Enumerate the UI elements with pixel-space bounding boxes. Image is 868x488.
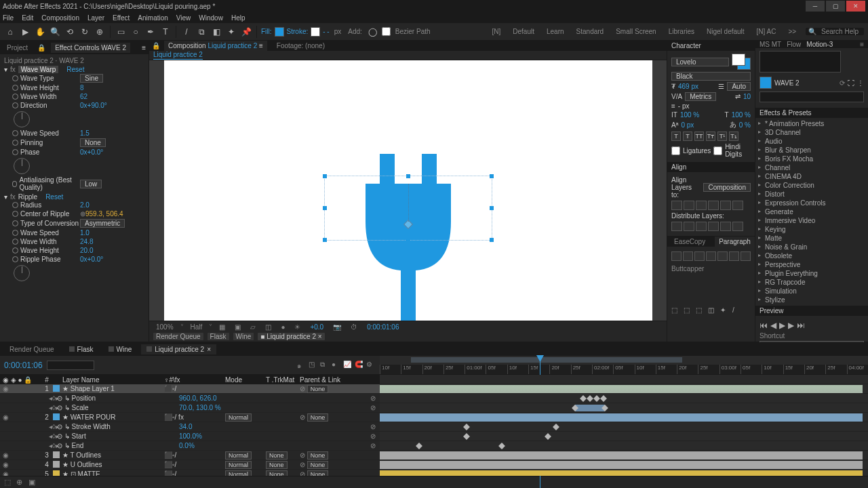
preset-boris[interactable]: Boris FX Mocha	[755, 155, 868, 163]
tl-zoom-in-icon[interactable]: ⊕	[16, 478, 26, 487]
tl-toggle-switches-icon[interactable]: ⬚	[4, 478, 14, 487]
hand-tool-icon[interactable]: ✋	[34, 26, 46, 38]
align-hcenter-button[interactable]	[684, 201, 694, 210]
preset-matte[interactable]: Matte	[755, 234, 868, 243]
label-color-swatch[interactable]	[53, 385, 60, 392]
reset-exposure-icon[interactable]: ☀	[292, 323, 303, 331]
kerning-dropdown[interactable]: Metrics	[685, 92, 716, 101]
align-vcenter-button[interactable]	[720, 201, 731, 210]
tab-effect-controls[interactable]: Effect Controls WAVE 2	[51, 43, 130, 53]
menu-help[interactable]: Help	[231, 14, 245, 22]
resize-handle[interactable]	[406, 174, 410, 178]
workspace-default[interactable]: Default	[510, 28, 537, 35]
tracking-value[interactable]: 10	[743, 93, 751, 100]
comp-breadcrumb[interactable]: Liquid practice 2	[153, 51, 203, 60]
visibility-toggle-icon[interactable]: ◉	[3, 385, 9, 392]
preset-c4d[interactable]: CINEMA 4D	[755, 172, 868, 181]
trkmat-dropdown[interactable]: None	[266, 470, 288, 476]
parent-dropdown[interactable]: None	[307, 470, 329, 476]
snapshot-icon[interactable]: 📷	[330, 323, 344, 331]
ligatures-checkbox[interactable]	[671, 146, 680, 155]
channel-icon[interactable]: ●	[278, 323, 288, 331]
tl-tab-flask[interactable]: Flask	[77, 346, 94, 353]
visibility-toggle-icon[interactable]: ◉	[3, 470, 9, 476]
tab-motion3[interactable]: Motion-3	[806, 41, 833, 48]
menu-effect[interactable]: Effect	[113, 14, 130, 22]
label-color-swatch[interactable]	[53, 470, 60, 476]
layer-row[interactable]: ◂◊▸⊙ ↳ Start100.0%⊘	[0, 432, 380, 441]
workspace-overflow[interactable]: >>	[786, 28, 800, 35]
layer-row[interactable]: ◉3★ T Outlines⬛◦/ NormalNone⊘ None	[0, 451, 380, 460]
property-name[interactable]: ⊙ ↳ End	[57, 442, 179, 449]
layer-row[interactable]: ◂◊▸⊙ ↳ Stroke Width34.0⊘	[0, 422, 380, 432]
visibility-toggle-icon[interactable]: ◉	[3, 413, 9, 421]
tl-tab-render-queue[interactable]: Render Queue	[4, 344, 60, 354]
layer-row[interactable]: ◂◊▸⊙ ↳ End0.0%⊘	[0, 441, 380, 451]
menu-layer[interactable]: Layer	[87, 14, 104, 22]
blend-mode-dropdown[interactable]: Normal	[225, 461, 252, 469]
phase-dial[interactable]	[14, 158, 30, 174]
phase-value[interactable]: 0x+0.0°	[80, 148, 103, 156]
preset-plugin-everything[interactable]: Plugin Everything	[755, 269, 868, 278]
tl-tab-wine[interactable]: Wine	[117, 346, 132, 353]
tl-graph-icon[interactable]: 📈	[343, 361, 353, 370]
fill-swatch[interactable]	[275, 27, 284, 37]
tl-shy-icon[interactable]: ๑	[297, 361, 307, 370]
layer-name[interactable]: ★ T Outlines	[62, 451, 164, 459]
workspace-n-ac[interactable]: [N] AC	[754, 28, 779, 35]
buttcapper-icon[interactable]: ⬚	[671, 306, 682, 316]
tab-paragraph[interactable]: Paragraph	[715, 237, 755, 247]
pinning-dropdown[interactable]: None	[80, 138, 106, 147]
direction-dial[interactable]	[14, 111, 30, 127]
region-icon[interactable]: ◫	[262, 323, 274, 331]
wave-height-value[interactable]: 8	[80, 84, 84, 92]
transparency-grid-icon[interactable]: ▱	[248, 323, 258, 331]
workspace-small-screen[interactable]: Small Screen	[613, 28, 658, 35]
effect-reset-link[interactable]: Reset	[45, 193, 63, 201]
brush-tool-icon[interactable]: /	[180, 26, 193, 38]
add-shape-icon[interactable]: ◯	[367, 26, 379, 38]
window-close-button[interactable]: ✕	[846, 1, 865, 12]
workspace-learn[interactable]: Learn	[544, 28, 567, 35]
trkmat-dropdown[interactable]: None	[266, 461, 288, 469]
rotate-tool-icon[interactable]: ↻	[79, 26, 91, 38]
preview-next-frame-button[interactable]: ▶	[788, 321, 794, 330]
menu-window[interactable]: Window	[199, 14, 223, 22]
shelf-render-queue[interactable]: Render Queue	[153, 333, 203, 340]
preset-expression[interactable]: Expression Controls	[755, 199, 868, 207]
stroke-color-swatch[interactable]	[732, 54, 745, 66]
preset-keying[interactable]: Keying	[755, 225, 868, 234]
workspace-standard[interactable]: Standard	[574, 28, 607, 35]
panel-menu-icon[interactable]: ≡	[142, 44, 146, 52]
window-maximize-button[interactable]: ▢	[826, 1, 845, 12]
parent-dropdown[interactable]: None	[307, 461, 329, 469]
keyframe-nav-icon[interactable]: ◂◊▸	[49, 404, 57, 411]
tl-motionblur-icon[interactable]: ●	[332, 361, 341, 370]
bezier-checkbox[interactable]	[382, 27, 391, 36]
preset-rg-trapcode[interactable]: RG Trapcode	[755, 278, 868, 287]
ripple-phase-dial[interactable]	[14, 265, 30, 281]
workspace-libraries[interactable]: Libraries	[666, 28, 697, 35]
ripple-wave-height-value[interactable]: 20.0	[80, 247, 93, 254]
blend-mode-dropdown[interactable]: Normal	[225, 413, 252, 422]
property-name[interactable]: ⊙ ↳ Scale	[57, 404, 179, 411]
tab-flow[interactable]: Flow	[787, 41, 801, 48]
font-style-dropdown[interactable]: Black	[671, 72, 751, 81]
stroke-width[interactable]: - px	[678, 102, 690, 110]
viewer-time[interactable]: 0:00:01:06	[364, 323, 401, 331]
layer-row[interactable]: ◉2★ WATER POUR⬛◦/ fxNormal⊘ None	[0, 413, 380, 422]
resize-handle[interactable]	[490, 238, 494, 242]
preset-channel[interactable]: Channel	[755, 163, 868, 172]
preview-play-button[interactable]: ▶	[779, 321, 785, 330]
grid-options-icon[interactable]: ▦	[216, 323, 228, 331]
stopwatch-icon[interactable]	[12, 75, 18, 81]
tab-easecopy[interactable]: EaseCopy	[670, 237, 709, 247]
layer-name[interactable]: ★ WATER POUR	[62, 413, 164, 421]
property-name[interactable]: ⊙ ↳ Position	[57, 394, 179, 402]
preset-blur[interactable]: Blur & Sharpen	[755, 146, 868, 155]
preset-perspective[interactable]: Perspective	[755, 260, 868, 269]
ellipse-tool-icon[interactable]: ○	[130, 26, 142, 38]
layer-switches[interactable]: ⬛◦/	[164, 461, 225, 468]
preset-noise[interactable]: Noise & Grain	[755, 243, 868, 251]
tl-render-icon[interactable]: ▣	[28, 478, 38, 487]
